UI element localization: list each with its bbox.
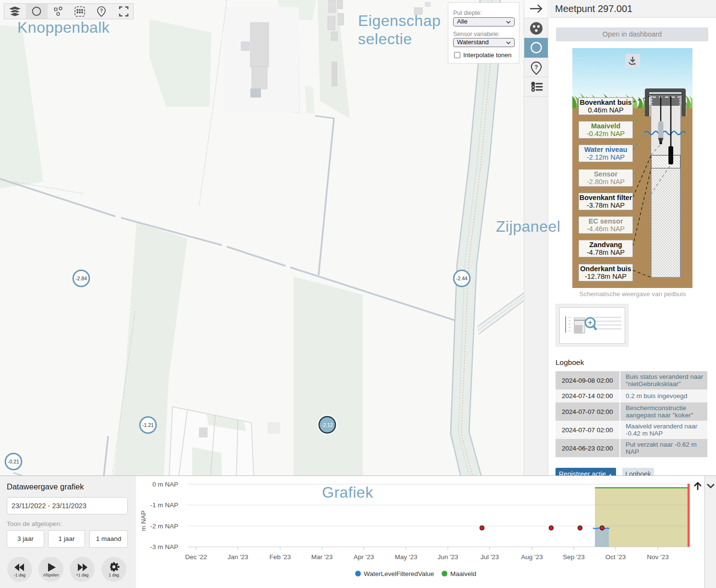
svg-text:May '23: May '23 bbox=[395, 553, 418, 561]
svg-text:-2.84: -2.84 bbox=[75, 275, 87, 281]
svg-text:-1 dag: -1 dag bbox=[14, 573, 25, 577]
svg-text:-2.44: -2.44 bbox=[456, 275, 468, 281]
svg-text:?: ? bbox=[100, 8, 103, 13]
svg-text:Zandvang: Zandvang bbox=[589, 241, 622, 249]
svg-text:Maaiveld: Maaiveld bbox=[591, 122, 620, 130]
svg-text:Aug '23: Aug '23 bbox=[521, 553, 543, 561]
svg-text:?: ? bbox=[534, 64, 538, 71]
svg-text:-2.12m NAP: -2.12m NAP bbox=[587, 153, 625, 161]
svg-text:-0.42m NAP: -0.42m NAP bbox=[587, 130, 625, 138]
svg-text:-2.80m NAP: -2.80m NAP bbox=[587, 178, 625, 186]
svg-text:EC sensor: EC sensor bbox=[589, 217, 623, 225]
svg-text:-12.78m NAP: -12.78m NAP bbox=[585, 273, 627, 280]
svg-text:Jan '23: Jan '23 bbox=[227, 553, 248, 561]
svg-text:Sep '23: Sep '23 bbox=[563, 553, 584, 561]
svg-text:-2 m NAP: -2 m NAP bbox=[150, 523, 178, 530]
svg-text:Nov '23: Nov '23 bbox=[647, 553, 668, 561]
svg-text:WaterLevelFilteredValue: WaterLevelFilteredValue bbox=[364, 570, 434, 577]
svg-text:-1.21: -1.21 bbox=[142, 422, 154, 428]
svg-text:-3.78m NAP: -3.78m NAP bbox=[587, 201, 625, 209]
svg-text:-1 m NAP: -1 m NAP bbox=[150, 501, 178, 509]
svg-text:Mar '23: Mar '23 bbox=[311, 553, 333, 561]
svg-text:Afspelen: Afspelen bbox=[43, 573, 59, 577]
svg-text:-0.21: -0.21 bbox=[8, 459, 19, 464]
svg-text:Maaiveld: Maaiveld bbox=[450, 570, 476, 577]
svg-text:Sensor: Sensor bbox=[594, 170, 618, 178]
svg-text:+1 dag: +1 dag bbox=[76, 573, 89, 577]
svg-text:Apr '23: Apr '23 bbox=[354, 553, 374, 561]
svg-text:Feb '23: Feb '23 bbox=[270, 553, 291, 561]
svg-text:Bovenkant buis: Bovenkant buis bbox=[580, 99, 632, 106]
svg-text:Oct '23: Oct '23 bbox=[605, 553, 626, 561]
svg-text:-4.46m NAP: -4.46m NAP bbox=[587, 225, 625, 233]
svg-text:Jul '23: Jul '23 bbox=[481, 553, 499, 561]
svg-text:-2.12: -2.12 bbox=[321, 422, 333, 428]
svg-text:m NAP: m NAP bbox=[140, 511, 147, 531]
svg-text:Bovenkant filter: Bovenkant filter bbox=[580, 194, 632, 201]
svg-text:1 dag: 1 dag bbox=[109, 573, 119, 577]
svg-text:Onderkant buis: Onderkant buis bbox=[580, 265, 631, 273]
svg-text:0.46m NAP: 0.46m NAP bbox=[588, 106, 623, 114]
svg-text:-3 m NAP: -3 m NAP bbox=[150, 543, 178, 550]
svg-text:-4.78m NAP: -4.78m NAP bbox=[587, 249, 625, 256]
svg-text:Jun '23: Jun '23 bbox=[437, 553, 458, 561]
svg-text:Dec '22: Dec '22 bbox=[185, 553, 207, 561]
svg-text:0 m NAP: 0 m NAP bbox=[152, 481, 178, 488]
svg-text:Water niveau: Water niveau bbox=[584, 146, 628, 153]
